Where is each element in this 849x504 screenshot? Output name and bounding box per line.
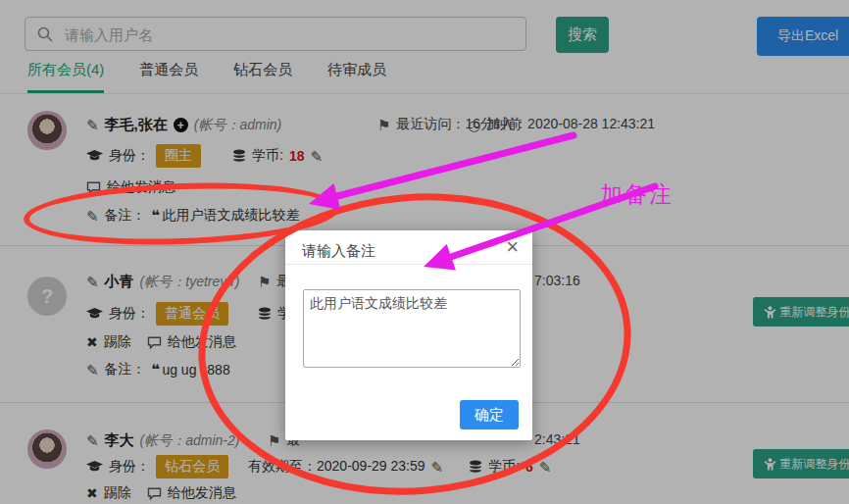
modal-header-divider	[285, 264, 532, 265]
modal-title: 请输入备注	[302, 242, 375, 261]
remark-textarea[interactable]: 此用户语文成绩比较差	[303, 289, 521, 368]
close-icon[interactable]: ×	[506, 236, 519, 258]
remark-input-modal: 请输入备注 × 此用户语文成绩比较差 确定	[285, 230, 532, 440]
member-admin-page: 搜索 导出Excel 所有会员(4) 普通会员 钻石会员 待审成员 ✎ 李毛,张…	[0, 0, 849, 504]
confirm-button[interactable]: 确定	[460, 400, 519, 429]
